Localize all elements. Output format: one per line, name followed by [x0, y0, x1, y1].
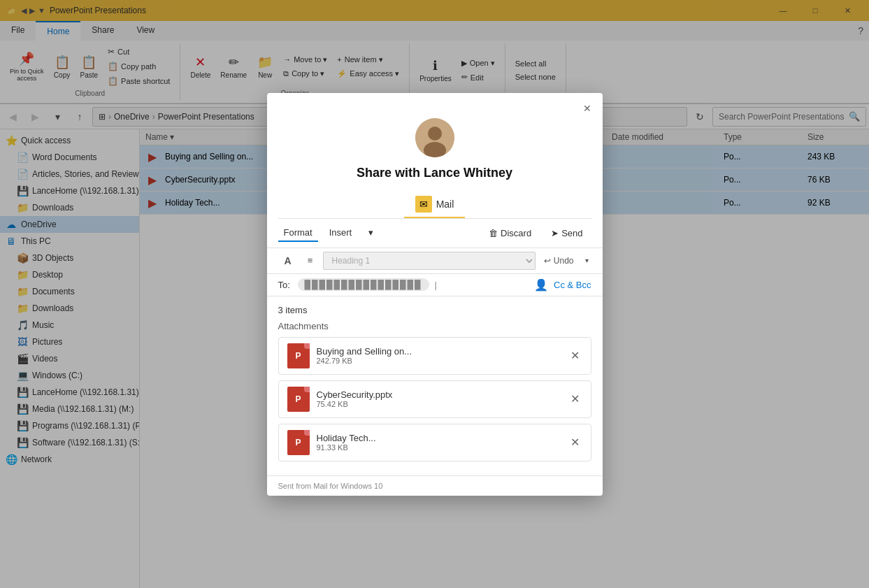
avatar: [415, 118, 454, 157]
attachment-name-0: Buying and Selling on...: [317, 346, 561, 357]
undo-button[interactable]: ↩ Undo: [538, 254, 580, 267]
toolbar-format-tab[interactable]: Format: [278, 224, 318, 242]
discard-button[interactable]: 🗑 Discard: [483, 225, 537, 241]
attachment-size-0: 242.79 KB: [317, 357, 561, 365]
modal-footer: Sent from Mail for Windows 10: [267, 475, 603, 496]
share-modal: ✕ Share with Lance Whitney ✉ Mail Format: [267, 93, 603, 496]
add-person-icon[interactable]: 👤: [534, 278, 548, 292]
modal-close-button[interactable]: ✕: [577, 99, 597, 118]
attachment-name-1: CyberSecurity.pptx: [317, 389, 561, 400]
attachment-info-0: Buying and Selling on... 242.79 KB: [317, 346, 561, 365]
modal-avatar-container: [267, 118, 603, 163]
send-icon: ➤: [551, 228, 559, 238]
discard-icon: 🗑: [489, 228, 498, 238]
mail-tab-item[interactable]: ✉ Mail: [404, 192, 466, 218]
mail-tab-container: ✉ Mail: [278, 189, 591, 219]
cursor: |: [435, 280, 437, 290]
to-bar: To: ████████████████ | 👤 Cc & Bcc: [267, 274, 603, 296]
attachment-item-1: P CyberSecurity.pptx 75.42 KB ✕: [278, 380, 591, 418]
attachment-icon-0: P: [287, 343, 310, 368]
modal-toolbar: Format Insert ▾ 🗑 Discard ➤ Send: [267, 219, 603, 248]
discard-label: Discard: [501, 228, 531, 238]
modal-footer-text: Sent from Mail for Windows 10: [278, 482, 383, 490]
to-label: To:: [278, 280, 292, 290]
attachment-remove-0[interactable]: ✕: [568, 346, 582, 365]
undo-label: Undo: [554, 256, 574, 266]
align-icon: ≡: [308, 255, 313, 266]
to-email-blurred: ████████████████: [298, 278, 429, 291]
toolbar-dropdown-btn[interactable]: ▾: [363, 224, 379, 242]
cc-bcc-button[interactable]: Cc & Bcc: [554, 280, 591, 290]
mail-tab-label: Mail: [436, 199, 454, 210]
undo-icon: ↩: [544, 256, 551, 266]
modal-title: Share with Lance Whitney: [267, 163, 603, 189]
modal-header: ✕: [267, 93, 603, 118]
modal-body: 3 items Attachments P Buying and Selling…: [267, 296, 603, 475]
attachment-icon-1: P: [287, 387, 310, 412]
attachments-label: Attachments: [278, 321, 591, 331]
attachment-remove-1[interactable]: ✕: [568, 389, 582, 408]
svg-point-1: [428, 127, 442, 141]
attachment-name-2: Holiday Tech...: [317, 433, 561, 443]
attachment-info-1: CyberSecurity.pptx 75.42 KB: [317, 389, 561, 408]
send-button[interactable]: ➤ Send: [543, 225, 591, 241]
text-style-button[interactable]: A: [278, 251, 298, 271]
modal-overlay: ✕ Share with Lance Whitney ✉ Mail Format: [0, 0, 869, 588]
mail-icon: ✉: [415, 196, 432, 213]
toolbar-insert-tab[interactable]: Insert: [324, 224, 358, 242]
heading-select[interactable]: Heading 1: [323, 252, 536, 270]
format-bar: A ≡ Heading 1 ↩ Undo ▾: [267, 248, 603, 274]
align-button[interactable]: ≡: [301, 251, 320, 271]
attachment-size-2: 91.33 KB: [317, 443, 561, 452]
text-style-icon: A: [284, 255, 291, 266]
avatar-image: [415, 118, 454, 157]
attachment-item-2: P Holiday Tech... 91.33 KB ✕: [278, 424, 591, 461]
attachment-size-1: 75.42 KB: [317, 400, 561, 408]
send-label: Send: [561, 228, 582, 238]
items-count: 3 items: [278, 305, 591, 315]
attachment-icon-2: P: [287, 430, 310, 455]
attachment-remove-2[interactable]: ✕: [568, 433, 582, 452]
attachment-info-2: Holiday Tech... 91.33 KB: [317, 433, 561, 452]
attachment-item-0: P Buying and Selling on... 242.79 KB ✕: [278, 337, 591, 375]
undo-dropdown-button[interactable]: ▾: [582, 255, 591, 266]
